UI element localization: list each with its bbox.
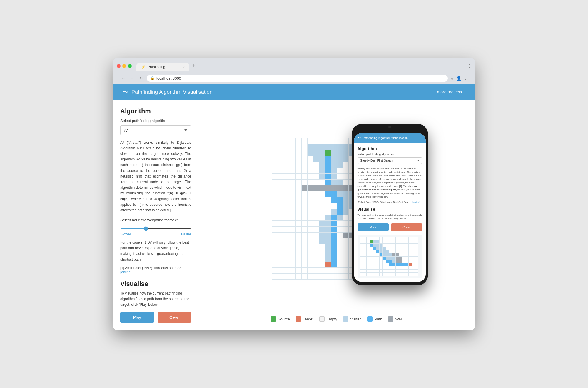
grid-cell[interactable] (290, 221, 295, 227)
grid-cell[interactable] (337, 180, 343, 185)
grid-cell[interactable] (343, 256, 348, 262)
grid-cell[interactable] (331, 221, 337, 227)
grid-cell[interactable] (290, 244, 295, 250)
grid-cell[interactable] (307, 203, 313, 209)
grid-cell[interactable] (343, 244, 348, 250)
grid-cell[interactable] (319, 150, 325, 156)
grid-cell[interactable] (272, 180, 278, 185)
grid-cell[interactable] (290, 150, 295, 156)
grid-cell[interactable] (295, 262, 301, 268)
grid-cell[interactable] (307, 174, 313, 180)
grid-cell[interactable] (331, 168, 337, 174)
grid-cell[interactable] (313, 197, 319, 203)
grid-cell[interactable] (319, 262, 325, 268)
grid-cell[interactable] (272, 238, 278, 244)
grid-cell[interactable] (343, 268, 348, 274)
grid-cell[interactable] (325, 197, 331, 203)
grid-cell[interactable] (278, 244, 284, 250)
grid-cell[interactable] (319, 256, 325, 262)
grid-cell[interactable] (313, 150, 319, 156)
nav-back-button[interactable]: ← (120, 76, 127, 81)
grid-cell[interactable] (290, 238, 295, 244)
grid-cell[interactable] (272, 227, 278, 233)
grid-cell[interactable] (290, 162, 295, 168)
grid-cell[interactable] (343, 233, 348, 238)
grid-cell[interactable] (331, 209, 337, 215)
browser-more-icon[interactable]: ⋮ (467, 63, 471, 68)
grid-cell[interactable] (295, 174, 301, 180)
grid-cell[interactable] (284, 256, 290, 262)
grid-cell[interactable] (295, 250, 301, 256)
address-bar[interactable]: 🔒 localhost:3000 (147, 75, 448, 82)
grid-cell[interactable] (343, 185, 348, 191)
browser-tab-active[interactable]: ⚡ Pathfinding × (136, 63, 189, 71)
grid-cell[interactable] (295, 180, 301, 185)
grid-cell[interactable] (295, 162, 301, 168)
grid-cell[interactable] (319, 244, 325, 250)
grid-cell[interactable] (307, 250, 313, 256)
grid-cell[interactable] (337, 221, 343, 227)
grid-cell[interactable] (295, 209, 301, 215)
grid-cell[interactable] (331, 191, 337, 197)
grid-cell[interactable] (313, 244, 319, 250)
grid-cell[interactable] (295, 238, 301, 244)
grid-cell[interactable] (272, 215, 278, 221)
grid-cell[interactable] (331, 203, 337, 209)
phone-clear-button[interactable]: Clear (391, 223, 422, 231)
grid-cell[interactable] (343, 209, 348, 215)
grid-cell[interactable] (307, 215, 313, 221)
grid-cell[interactable] (272, 203, 278, 209)
grid-cell[interactable] (325, 162, 331, 168)
grid-cell[interactable] (337, 150, 343, 156)
grid-cell[interactable] (331, 244, 337, 250)
grid-cell[interactable] (331, 144, 337, 150)
grid-cell[interactable] (278, 144, 284, 150)
grid-cell[interactable] (290, 191, 295, 197)
grid-cell[interactable] (337, 162, 343, 168)
grid-cell[interactable] (272, 256, 278, 262)
grid-cell[interactable] (319, 144, 325, 150)
grid-cell[interactable] (290, 227, 295, 233)
grid-cell[interactable] (337, 156, 343, 162)
grid-cell[interactable] (301, 191, 307, 197)
grid-cell[interactable] (290, 180, 295, 185)
grid-cell[interactable] (343, 191, 348, 197)
grid-cell[interactable] (319, 221, 325, 227)
grid-cell[interactable] (295, 268, 301, 274)
grid-cell[interactable] (301, 144, 307, 150)
grid-cell[interactable] (343, 221, 348, 227)
grid-cell[interactable] (343, 156, 348, 162)
grid-cell[interactable] (319, 197, 325, 203)
grid-cell[interactable] (337, 227, 343, 233)
grid-cell[interactable] (272, 162, 278, 168)
grid-cell[interactable] (301, 244, 307, 250)
grid-cell[interactable] (313, 262, 319, 268)
minimize-button[interactable] (122, 64, 126, 68)
grid-cell[interactable] (272, 168, 278, 174)
nav-forward-button[interactable]: → (129, 76, 136, 81)
grid-cell[interactable] (343, 250, 348, 256)
grid-cell[interactable] (295, 138, 301, 144)
grid-cell[interactable] (337, 250, 343, 256)
grid-cell[interactable] (343, 168, 348, 174)
grid-cell[interactable] (290, 209, 295, 215)
grid-cell[interactable] (307, 209, 313, 215)
grid-cell[interactable] (278, 250, 284, 256)
grid-cell[interactable] (272, 150, 278, 156)
grid-cell[interactable] (343, 238, 348, 244)
grid-cell[interactable] (313, 180, 319, 185)
grid-cell[interactable] (331, 227, 337, 233)
grid-cell[interactable] (313, 250, 319, 256)
grid-cell[interactable] (319, 185, 325, 191)
grid-cell[interactable] (313, 156, 319, 162)
grid-cell[interactable] (337, 144, 343, 150)
grid-cell[interactable] (272, 144, 278, 150)
grid-cell[interactable] (278, 180, 284, 185)
grid-cell[interactable] (284, 191, 290, 197)
algorithm-select[interactable]: A* Dijkstra's Algorithm Greedy Best-Firs… (120, 125, 191, 135)
grid-cell[interactable] (307, 274, 313, 280)
grid-cell[interactable] (325, 180, 331, 185)
grid-cell[interactable] (301, 203, 307, 209)
grid-cell[interactable] (272, 191, 278, 197)
grid-cell[interactable] (284, 138, 290, 144)
